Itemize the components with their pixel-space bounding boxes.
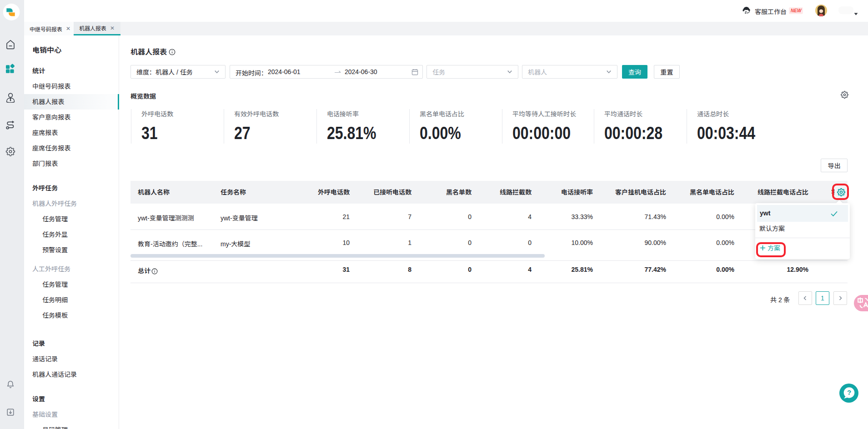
svg-text:?: ?: [847, 389, 851, 396]
